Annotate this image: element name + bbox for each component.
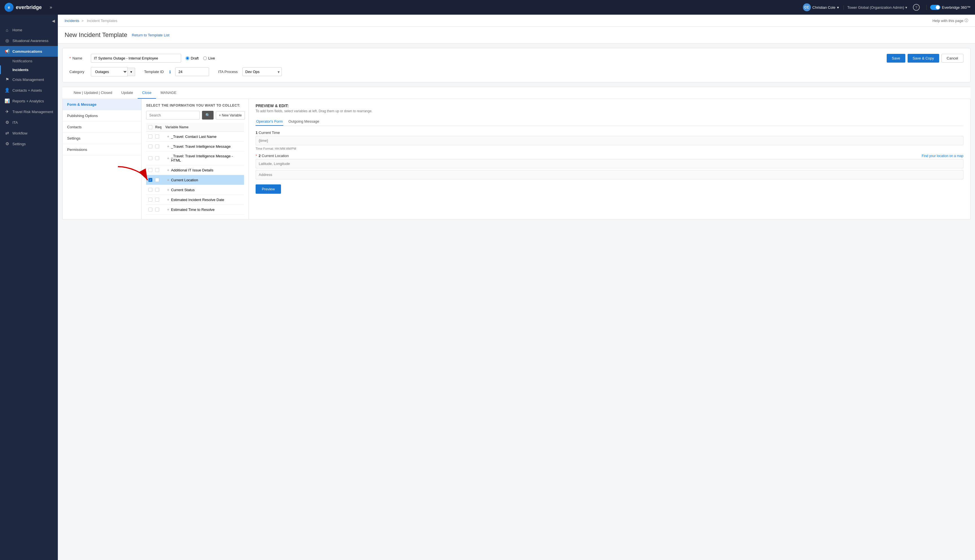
variable-name-6: Current Status <box>171 188 195 192</box>
req-checkbox-6[interactable] <box>155 188 159 192</box>
sidebar-item-workflow[interactable]: ⇄ Workflow <box>0 128 58 138</box>
col-req-header: Req <box>155 125 165 129</box>
sidebar-item-contacts-assets[interactable]: 👤 Contacts + Assets <box>0 85 58 96</box>
nav-form-message[interactable]: Form & Message <box>63 99 141 110</box>
save-button[interactable]: Save <box>887 54 905 63</box>
sidebar-sub-incidents[interactable]: Incidents <box>0 65 58 74</box>
preview-button[interactable]: Preview <box>255 184 281 194</box>
search-button[interactable]: 🔍 <box>202 111 214 120</box>
table-row-selected[interactable]: ✓ + Current Location <box>146 175 244 185</box>
row-checkbox-3[interactable] <box>149 156 152 160</box>
table-row[interactable]: + Estimated Incident Resolve Date <box>146 195 244 205</box>
view-tab-operators-form[interactable]: Operator's Form <box>255 118 283 126</box>
highlighted-row-wrapper: ✓ + Current Location <box>146 175 244 185</box>
search-input[interactable] <box>146 111 200 120</box>
help-link[interactable]: Help with this page ⓘ <box>932 18 968 23</box>
view-tab-outgoing-message[interactable]: Outgoing Message <box>288 118 320 126</box>
sidebar-item-reports-analytics[interactable]: 📊 Reports + Analytics <box>0 96 58 106</box>
name-input[interactable] <box>91 54 181 63</box>
row-checkbox-5[interactable]: ✓ <box>149 178 152 182</box>
live-radio[interactable] <box>203 57 207 60</box>
table-row[interactable]: + _Travel: Travel Intelligence Message <box>146 142 244 152</box>
live-label: Live <box>208 56 215 60</box>
return-to-template-list-link[interactable]: Return to Template List <box>132 33 169 37</box>
tab-close[interactable]: Close <box>138 87 156 99</box>
required-star: * <box>69 56 71 60</box>
variable-name-7: Estimated Incident Resolve Date <box>171 198 224 202</box>
cancel-button[interactable]: Cancel <box>942 54 963 63</box>
category-select[interactable]: Outages <box>91 67 127 77</box>
row-checkbox-6[interactable] <box>149 188 152 192</box>
req-checkbox-1[interactable] <box>155 135 159 138</box>
sidebar-item-communications[interactable]: 📢 Communications <box>0 46 58 57</box>
row-checkbox-8[interactable] <box>149 208 152 212</box>
row-checkbox-1[interactable] <box>149 135 152 138</box>
tab-manage[interactable]: MANAGE <box>156 87 181 99</box>
table-row[interactable]: + Current Status <box>146 185 244 195</box>
ita-process-select-wrapper: Dev Ops <box>242 67 282 76</box>
sidebar-item-settings[interactable]: ⚙ Settings <box>0 138 58 149</box>
row-checkbox-2[interactable] <box>149 144 152 148</box>
req-checkbox-7[interactable] <box>155 198 159 202</box>
sidebar-item-situational-awareness[interactable]: ◎ Situational Awareness <box>0 35 58 46</box>
draft-radio-label[interactable]: Draft <box>185 56 199 60</box>
field-1-label-row: 1 Current Time <box>255 130 963 135</box>
sidebar-item-ita[interactable]: ⚙ ITA <box>0 117 58 128</box>
org-chevron: ▾ <box>905 5 907 10</box>
draft-radio[interactable] <box>185 57 189 60</box>
category-dropdown-btn[interactable]: ▾ <box>127 68 135 76</box>
collapse-nav-btn[interactable]: » <box>47 4 55 11</box>
sidebar-collapse-btn[interactable]: ◀ <box>0 17 58 25</box>
req-checkbox-5[interactable] <box>155 178 159 182</box>
find-location-link[interactable]: Find your location on a map <box>922 154 963 158</box>
variable-name-1: _Travel: Contact Last Name <box>171 135 216 139</box>
field-1-name: Current Time <box>259 130 280 135</box>
ita-process-select[interactable]: Dev Ops <box>242 67 282 76</box>
sidebar-label-incidents: Incidents <box>12 68 28 72</box>
nav-settings[interactable]: Settings <box>63 133 141 144</box>
nav-contacts[interactable]: Contacts <box>63 122 141 133</box>
row-checkbox-4[interactable] <box>149 168 152 172</box>
live-radio-label[interactable]: Live <box>203 56 215 60</box>
sidebar-item-travel-risk[interactable]: ✈ Travel Risk Management <box>0 106 58 117</box>
field-2-address-input[interactable] <box>255 170 963 179</box>
template-id-input[interactable] <box>175 67 209 76</box>
sidebar-item-home[interactable]: ⌂ Home <box>0 25 58 35</box>
content-panels: Form & Message Publishing Options Contac… <box>62 99 970 219</box>
middle-panel: SELECT THE INFORMATION YOU WANT TO COLLE… <box>142 99 249 219</box>
req-checkbox-2[interactable] <box>155 144 159 148</box>
req-checkbox-3[interactable] <box>155 156 159 160</box>
new-variable-button[interactable]: + New Variable <box>216 111 245 120</box>
logo[interactable]: e everbridge <box>5 3 42 12</box>
table-row[interactable]: + _Travel: Contact Last Name <box>146 132 244 142</box>
left-panel: Form & Message Publishing Options Contac… <box>63 99 142 219</box>
nav-permissions[interactable]: Permissions <box>63 144 141 155</box>
sidebar-label-home: Home <box>12 28 22 32</box>
help-link-icon: ⓘ <box>965 18 968 23</box>
template-id-info-icon: ℹ <box>169 70 171 74</box>
col-name-header: Variable Name <box>165 125 242 129</box>
help-icon[interactable]: ? <box>913 4 920 11</box>
row-checkbox-7[interactable] <box>149 198 152 202</box>
table-row[interactable]: + Estimated Time to Resolve <box>146 205 244 215</box>
sidebar-sub-notifications[interactable]: Notifications <box>0 57 58 65</box>
table-row[interactable]: + Additional IT Issue Details <box>146 165 244 175</box>
field-1-time-input[interactable] <box>255 136 963 145</box>
org-info[interactable]: Tower Global (Organization Admin) ▾ <box>843 5 907 10</box>
drag-icon-1: + <box>167 134 169 139</box>
table-row[interactable]: + _Travel: Travel Intelligence Message -… <box>146 152 244 165</box>
save-copy-button[interactable]: Save & Copy <box>908 54 939 63</box>
tab-new-updated-closed[interactable]: New | Updated | Closed <box>69 87 117 99</box>
req-checkbox-4[interactable] <box>155 168 159 172</box>
field-2-lat-lng-input[interactable] <box>255 159 963 168</box>
sidebar-label-situational-awareness: Situational Awareness <box>12 38 48 43</box>
req-checkbox-8[interactable] <box>155 208 159 212</box>
user-info[interactable]: CC Christian Cole ▾ <box>803 3 839 11</box>
breadcrumb-parent[interactable]: Incidents <box>65 18 79 23</box>
nav-publishing-options[interactable]: Publishing Options <box>63 110 141 122</box>
crisis-management-icon: ⚑ <box>5 77 10 82</box>
select-all-checkbox[interactable] <box>149 125 152 129</box>
toggle-360[interactable] <box>930 5 940 10</box>
sidebar-item-crisis-management[interactable]: ⚑ Crisis Management <box>0 74 58 85</box>
tab-update[interactable]: Update <box>117 87 138 99</box>
